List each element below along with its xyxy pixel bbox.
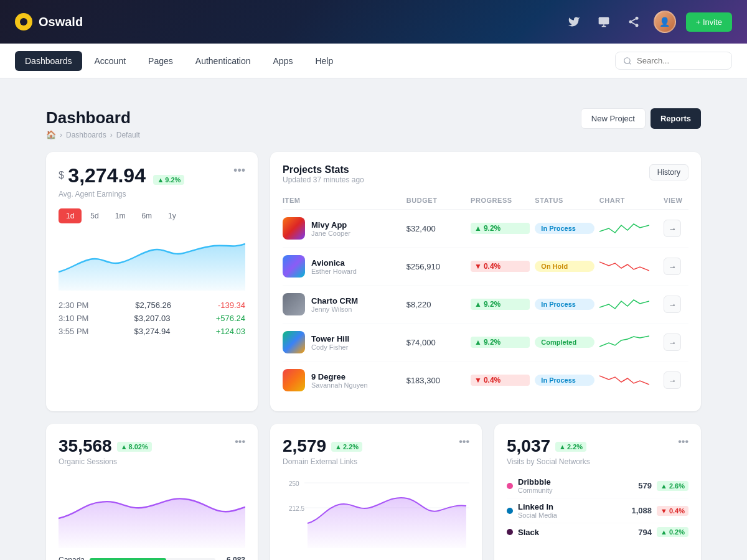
svg-line-6 bbox=[632, 22, 636, 24]
domain-card: 2,579 ▲ 2.2% Domain External Links ••• bbox=[270, 424, 482, 560]
nav-item-help[interactable]: Help bbox=[305, 51, 343, 71]
earnings-rows: 2:30 PM $2,756.26 -139.34 3:10 PM $3,207… bbox=[59, 301, 245, 336]
linkedin-name: Linked In bbox=[518, 502, 557, 511]
linkedin-dot bbox=[507, 508, 513, 514]
nav-item-authentication[interactable]: Authentication bbox=[186, 51, 261, 71]
time-tab-1m[interactable]: 1m bbox=[108, 208, 133, 223]
time-tab-1y[interactable]: 1y bbox=[161, 208, 184, 223]
time-tab-1d[interactable]: 1d bbox=[59, 208, 82, 223]
sessions-card: 35,568 ▲ 8.02% Organic Sessions ••• bbox=[46, 424, 258, 560]
change-3: +124.03 bbox=[216, 327, 245, 336]
earnings-row-1: 2:30 PM $2,756.26 -139.34 bbox=[59, 301, 245, 310]
project-details-tower: Tower Hill Cody Fisher bbox=[311, 334, 349, 351]
dribbble-sub: Community bbox=[518, 487, 553, 494]
budget-mivy: $32,400 bbox=[406, 224, 466, 233]
earnings-badge: ▲ 9.2% bbox=[153, 175, 184, 185]
earnings-chart bbox=[59, 228, 245, 291]
sessions-more[interactable]: ••• bbox=[235, 436, 245, 447]
share-icon[interactable] bbox=[624, 12, 644, 32]
project-icon-mivy bbox=[283, 217, 305, 240]
svg-rect-0 bbox=[598, 17, 609, 25]
project-icon-9degree bbox=[283, 369, 305, 391]
col-item: ITEM bbox=[283, 197, 402, 204]
page-header: Dashboard 🏠 › Dashboards › Default New P… bbox=[46, 108, 701, 139]
geo-row-canada: Canada 6,083 bbox=[59, 556, 245, 560]
search-input[interactable] bbox=[637, 56, 724, 65]
linkedin-stats: 1,088 ▼ 0.4% bbox=[631, 506, 688, 516]
slack-count: 794 bbox=[638, 528, 652, 537]
svg-text:250: 250 bbox=[289, 480, 299, 487]
reports-button[interactable]: Reports bbox=[651, 108, 701, 129]
breadcrumb-dashboards[interactable]: Dashboards bbox=[66, 131, 106, 139]
bird-icon[interactable] bbox=[564, 12, 584, 32]
col-view: VIEW bbox=[664, 197, 688, 204]
time-2: 3:10 PM bbox=[59, 314, 88, 323]
project-row-avionica: Avionica Esther Howard $256,910 ▼ 0.4% O… bbox=[283, 248, 688, 286]
more-icon[interactable]: ••• bbox=[233, 164, 245, 177]
breadcrumb-home: 🏠 bbox=[46, 130, 56, 139]
project-owner-avionica: Esther Howard bbox=[311, 268, 357, 275]
new-project-button[interactable]: New Project bbox=[581, 108, 646, 129]
projects-card: Projects Stats Updated 37 minutes ago Hi… bbox=[270, 152, 701, 411]
dribbble-details: Dribbble Community bbox=[518, 477, 553, 494]
nav-item-pages[interactable]: Pages bbox=[138, 51, 183, 71]
project-row-tower: Tower Hill Cody Fisher $74,000 ▲ 9.2% Co… bbox=[283, 324, 688, 362]
page-content: Dashboard 🏠 › Dashboards › Default New P… bbox=[31, 93, 716, 560]
projects-header: Projects Stats Updated 37 minutes ago Hi… bbox=[283, 164, 688, 184]
nav-item-dashboards[interactable]: Dashboards bbox=[15, 51, 82, 71]
sparkline-tower bbox=[599, 333, 649, 352]
svg-point-3 bbox=[635, 17, 638, 20]
project-info-mivy: Mivy App Jane Cooper bbox=[283, 217, 402, 240]
monitor-icon[interactable] bbox=[594, 12, 614, 32]
project-row-mivy: Mivy App Jane Cooper $32,400 ▲ 9.2% In P… bbox=[283, 210, 688, 248]
progress-mivy: ▲ 9.2% bbox=[471, 223, 530, 234]
status-avionica: On Hold bbox=[535, 261, 594, 272]
top-bar: Oswald 👤 + Invite bbox=[0, 0, 747, 44]
nav-item-account[interactable]: Account bbox=[85, 51, 136, 71]
project-name-mivy: Mivy App bbox=[311, 220, 350, 230]
dribbble-count: 579 bbox=[638, 481, 652, 490]
time-tab-5d[interactable]: 5d bbox=[83, 208, 106, 223]
project-info-charto: Charto CRM Jenny Wilson bbox=[283, 293, 402, 315]
progress-9degree: ▼ 0.4% bbox=[471, 375, 530, 386]
social-info-slack: Slack bbox=[507, 528, 539, 537]
view-btn-tower[interactable]: → bbox=[664, 334, 681, 351]
svg-line-9 bbox=[629, 62, 631, 64]
project-icon-charto bbox=[283, 293, 305, 315]
view-btn-charto[interactable]: → bbox=[664, 296, 681, 313]
history-button[interactable]: History bbox=[649, 164, 688, 180]
social-more[interactable]: ••• bbox=[678, 436, 688, 447]
bottom-row: 35,568 ▲ 8.02% Organic Sessions ••• bbox=[46, 424, 701, 560]
projects-title: Projects Stats bbox=[283, 164, 364, 175]
search-icon bbox=[623, 57, 632, 65]
progress-avionica: ▼ 0.4% bbox=[471, 261, 530, 272]
project-info-9degree: 9 Degree Savannah Nguyen bbox=[283, 369, 402, 391]
col-progress: PROGRESS bbox=[471, 197, 530, 204]
budget-tower: $74,000 bbox=[406, 338, 466, 347]
earnings-label: Avg. Agent Earnings bbox=[59, 190, 184, 198]
status-mivy: In Process bbox=[535, 223, 594, 234]
slack-details: Slack bbox=[518, 528, 539, 537]
project-owner-9degree: Savannah Nguyen bbox=[311, 381, 368, 389]
project-name-9degree: 9 Degree bbox=[311, 372, 368, 381]
dribbble-name: Dribbble bbox=[518, 477, 553, 487]
amount-2: $3,207.03 bbox=[134, 314, 171, 323]
sparkline-charto bbox=[599, 295, 649, 314]
time-tab-6m[interactable]: 6m bbox=[134, 208, 159, 223]
view-btn-avionica[interactable]: → bbox=[664, 258, 681, 275]
change-1: -139.34 bbox=[218, 301, 245, 310]
svg-point-4 bbox=[629, 21, 632, 24]
sparkline-mivy bbox=[599, 219, 649, 238]
view-btn-9degree[interactable]: → bbox=[664, 371, 681, 389]
project-owner-charto: Jenny Wilson bbox=[311, 306, 358, 313]
change-2: +576.24 bbox=[216, 314, 245, 323]
linkedin-badge: ▼ 0.4% bbox=[657, 506, 688, 516]
progress-charto: ▲ 9.2% bbox=[471, 299, 530, 310]
domain-more[interactable]: ••• bbox=[459, 436, 469, 447]
view-btn-mivy[interactable]: → bbox=[664, 220, 681, 237]
svg-point-8 bbox=[624, 57, 630, 63]
earnings-info: $ 3,274.94 ▲ 9.2% Avg. Agent Earnings bbox=[59, 164, 184, 198]
invite-button[interactable]: + Invite bbox=[686, 12, 732, 32]
nav-item-apps[interactable]: Apps bbox=[263, 51, 303, 71]
avatar[interactable]: 👤 bbox=[654, 11, 676, 33]
